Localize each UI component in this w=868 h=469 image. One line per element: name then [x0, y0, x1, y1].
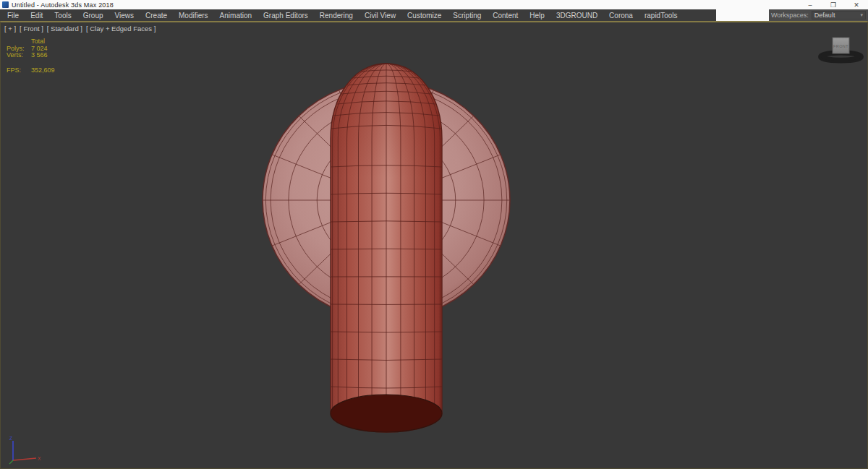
front-viewport[interactable]: FRONTZX [ + ][ Front ][ Standard ][ Clay…: [0, 21, 868, 469]
viewcube-front-face-label: FRONT: [833, 44, 848, 48]
viewport-label: [ + ][ Front ][ Standard ][ Clay + Edged…: [4, 25, 156, 33]
axis-y-line: [9, 460, 13, 464]
viewport-menu-shading[interactable]: [ Clay + Edged Faces ]: [86, 25, 156, 33]
viewport-canvas[interactable]: FRONTZX: [1, 22, 867, 468]
menu-item-rendering[interactable]: Rendering: [314, 12, 359, 20]
title-bar: Untitled - Autodesk 3ds Max 2018 – ❐ ✕: [0, 0, 868, 9]
stats-verts-label: Verts:: [7, 52, 26, 59]
view-cube[interactable]: FRONT: [821, 38, 861, 61]
window-title: Untitled - Autodesk 3ds Max 2018: [12, 1, 114, 9]
menu-item-civil-view[interactable]: Civil View: [359, 12, 401, 20]
workspaces-toolbar: Workspaces: Default ▾: [769, 9, 868, 21]
workspaces-label: Workspaces:: [771, 12, 809, 19]
viewport-menu-view[interactable]: [ Front ]: [20, 25, 43, 33]
menu-gap: [716, 9, 769, 21]
menu-item-animation[interactable]: Animation: [214, 12, 258, 20]
window-controls: – ❐ ✕: [799, 0, 868, 9]
menu-item-create[interactable]: Create: [140, 12, 173, 20]
viewport-menu-standard[interactable]: [ Standard ]: [47, 25, 82, 33]
menu-item-corona[interactable]: Corona: [603, 12, 639, 20]
axis-z-label: Z: [9, 436, 12, 441]
restore-button[interactable]: ❐: [822, 0, 845, 9]
workspaces-selected-value: Default: [814, 12, 861, 19]
stats-fps-value: 352,609: [31, 67, 55, 74]
menu-item-rapidtools[interactable]: rapidTools: [639, 12, 684, 20]
menu-item-modifiers[interactable]: Modifiers: [173, 12, 214, 20]
menu-item-edit[interactable]: Edit: [25, 12, 48, 20]
menu-item-graph-editors[interactable]: Graph Editors: [258, 12, 314, 20]
menu-item-tools[interactable]: Tools: [48, 12, 77, 20]
stats-fps-label: FPS:: [7, 67, 26, 74]
menu-bar: FileEditToolsGroupViewsCreateModifiersAn…: [0, 9, 716, 21]
axis-x-label: X: [38, 456, 41, 461]
stats-verts-value: 3 566: [31, 52, 48, 59]
viewport-menu-plus[interactable]: [ + ]: [4, 25, 16, 33]
menu-row: FileEditToolsGroupViewsCreateModifiersAn…: [0, 9, 868, 21]
chevron-down-icon: ▾: [860, 12, 863, 18]
menu-item-group[interactable]: Group: [77, 12, 109, 20]
viewport-statistics: . Total Polys: 7 024 Verts: 3 566 FPS: 3…: [7, 38, 55, 74]
menu-item-scripting[interactable]: Scripting: [447, 12, 487, 20]
menu-item-file[interactable]: File: [1, 12, 25, 20]
menu-item-content[interactable]: Content: [487, 12, 524, 20]
cylinder-wireframe-model[interactable]: [331, 64, 442, 432]
menu-item-customize[interactable]: Customize: [401, 12, 447, 20]
menu-item-3dground[interactable]: 3DGROUND: [550, 12, 603, 20]
3ds-max-app-icon: [2, 1, 9, 8]
close-button[interactable]: ✕: [845, 0, 868, 9]
minimize-button[interactable]: –: [799, 0, 822, 9]
menu-item-help[interactable]: Help: [524, 12, 550, 20]
menu-item-views[interactable]: Views: [109, 12, 140, 20]
axis-tripod: ZX: [9, 436, 41, 464]
workspaces-dropdown[interactable]: Default ▾: [812, 11, 866, 20]
